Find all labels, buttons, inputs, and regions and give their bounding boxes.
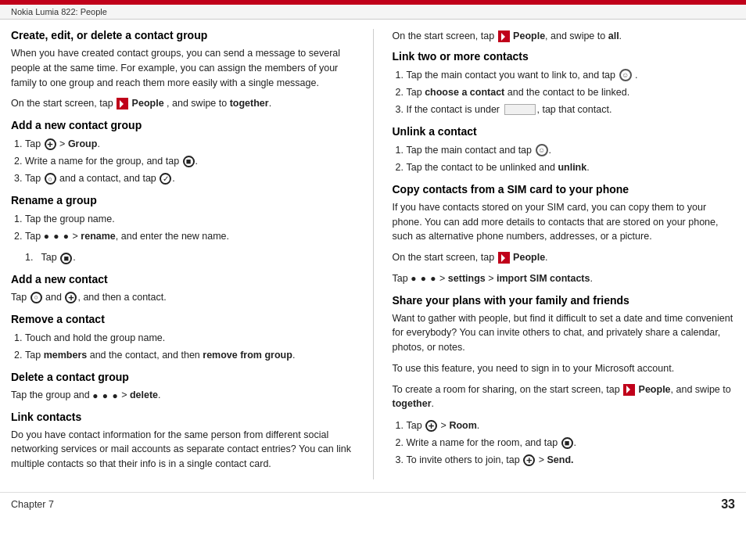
section-add-contact: Add a new contact Tap ○ and +, and then … <box>11 273 354 305</box>
share-plans-steps: Tap + > Room. Write a name for the room,… <box>393 418 736 468</box>
link-two-steps: Tap the main contact you want to link to… <box>393 67 736 117</box>
step-2: Write a name for the group, and tap ■. <box>25 153 354 169</box>
dots-icon-2: ● ● ● <box>92 389 118 403</box>
rename-step-2: Tap ● ● ● > rename, and enter the new na… <box>25 228 354 244</box>
left-column: Create, edit, or delete a contact group … <box>11 29 354 479</box>
plus-icon: + <box>45 138 56 150</box>
rename-group-title: Rename a group <box>11 194 354 206</box>
section-rename-group: Rename a group Tap the group name. Tap ●… <box>11 194 354 265</box>
share-plans-body3: To create a room for sharing, on the sta… <box>393 382 736 412</box>
blank-box <box>504 104 536 115</box>
link-step-3: If the contact is under , tap that conta… <box>407 102 736 117</box>
unlink-step-1: Tap the main contact and tap ☺. <box>407 142 736 158</box>
share-plans-body1: Want to gather with people, but find it … <box>393 311 736 355</box>
people-icon-share <box>623 384 635 396</box>
share-step-3: To invite others to join, tap + > Send. <box>407 452 736 468</box>
share-step-1: Tap + > Room. <box>407 418 736 433</box>
smiley-icon-2: ☺ <box>536 144 548 156</box>
share-step-2: Write a name for the room, and tap ■. <box>407 435 736 451</box>
plus-icon-share: + <box>425 420 437 432</box>
section-link-two: Link two or more contacts Tap the main c… <box>393 50 736 117</box>
save-icon: ■ <box>183 156 195 167</box>
share-plans-title: Share your plans with your family and fr… <box>393 294 736 307</box>
copy-sim-body: If you have contacts stored on your SIM … <box>393 200 736 244</box>
rename-group-steps: Tap the group name. Tap ● ● ● > rename, … <box>11 211 354 244</box>
section-share-plans: Share your plans with your family and fr… <box>393 294 736 468</box>
section-remove-contact: Remove a contact Touch and hold the grou… <box>11 313 354 363</box>
link-step-1: Tap the main contact you want to link to… <box>407 67 736 83</box>
link-two-title: Link two or more contacts <box>393 50 736 63</box>
add-contact-body: Tap ○ and +, and then a contact. <box>11 290 354 305</box>
section-unlink: Unlink a contact Tap the main contact an… <box>393 125 736 175</box>
check-icon: ✓ <box>160 173 171 185</box>
person-icon-2: ○ <box>30 292 42 303</box>
main-section-title: Create, edit, or delete a contact group <box>11 29 354 41</box>
person-icon: ○ <box>45 173 56 185</box>
step-1: Tap + > Group. <box>25 136 354 152</box>
intro-text: When you have created contact groups, yo… <box>11 46 354 90</box>
people-icon <box>117 98 128 109</box>
column-divider <box>373 29 374 479</box>
link-step-2: Tap choose a contact and the contact to … <box>407 84 736 100</box>
link-contacts-title: Link contacts <box>11 411 354 423</box>
unlink-title: Unlink a contact <box>393 125 736 138</box>
footer-page-number: 33 <box>721 497 735 512</box>
share-plans-body2: To use this feature, you need to sign in… <box>393 361 736 376</box>
plus-icon-2: + <box>65 292 77 303</box>
delete-group-title: Delete a contact group <box>11 371 354 383</box>
copy-sim-start1: On the start screen, tap People. <box>393 250 736 265</box>
start-screen-line: On the start screen, tap People , and sw… <box>11 96 354 111</box>
step-3: Tap ○ and a contact, and tap ✓. <box>25 171 354 186</box>
section-copy-sim: Copy contacts from a SIM card to your ph… <box>393 183 736 286</box>
remove-contact-steps: Touch and hold the group name. Tap membe… <box>11 330 354 363</box>
dots-sim: ● ● ● <box>411 271 436 285</box>
people-icon-sim <box>498 252 510 264</box>
dots-icon: ● ● ● <box>44 229 70 244</box>
right-column: On the start screen, tap People, and swi… <box>393 29 736 479</box>
remove-step-1: Touch and hold the group name. <box>25 330 354 346</box>
right-start-screen: On the start screen, tap People, and swi… <box>393 29 736 44</box>
title-bar-text: Nokia Lumia 822: People <box>11 7 107 16</box>
unlink-step-2: Tap the contact to be unlinked and unlin… <box>407 160 736 175</box>
section-delete-group: Delete a contact group Tap the group and… <box>11 371 354 403</box>
add-group-title: Add a new contact group <box>11 119 354 131</box>
copy-sim-start2: Tap ● ● ● > settings > import SIM contac… <box>393 271 736 286</box>
people-label: People <box>132 98 164 109</box>
title-bar: Nokia Lumia 822: People <box>0 5 746 20</box>
smiley-icon-1: ☺ <box>619 69 632 81</box>
rename-step-3: 1. Tap ■. <box>11 250 354 265</box>
section-link-contacts: Link contacts Do you have contact inform… <box>11 411 354 472</box>
add-contact-title: Add a new contact <box>11 273 354 285</box>
unlink-steps: Tap the main contact and tap ☺. Tap the … <box>393 142 736 175</box>
swipe-text: , and swipe to together. <box>167 98 271 109</box>
rename-step-1: Tap the group name. <box>25 211 354 227</box>
save-icon-2: ■ <box>60 253 72 264</box>
remove-contact-title: Remove a contact <box>11 313 354 325</box>
link-contacts-body: Do you have contact information for the … <box>11 428 354 472</box>
plus-icon-send: + <box>523 454 535 466</box>
people-icon-right <box>498 31 510 42</box>
save-icon-share: ■ <box>561 437 573 449</box>
section-add-contact-group: Add a new contact group Tap + > Group. W… <box>11 119 354 186</box>
start-screen-prefix: On the start screen, tap <box>11 98 116 109</box>
footer-chapter: Chapter 7 <box>11 499 54 510</box>
page-content: Create, edit, or delete a contact group … <box>0 20 746 487</box>
delete-group-body: Tap the group and ● ● ● > delete. <box>11 388 354 403</box>
remove-step-2: Tap members and the contact, and then re… <box>25 347 354 363</box>
section-create-edit-delete: Create, edit, or delete a contact group … <box>11 29 354 111</box>
footer: Chapter 7 33 <box>0 492 746 516</box>
add-group-steps: Tap + > Group. Write a name for the grou… <box>11 136 354 186</box>
copy-sim-title: Copy contacts from a SIM card to your ph… <box>393 183 736 196</box>
